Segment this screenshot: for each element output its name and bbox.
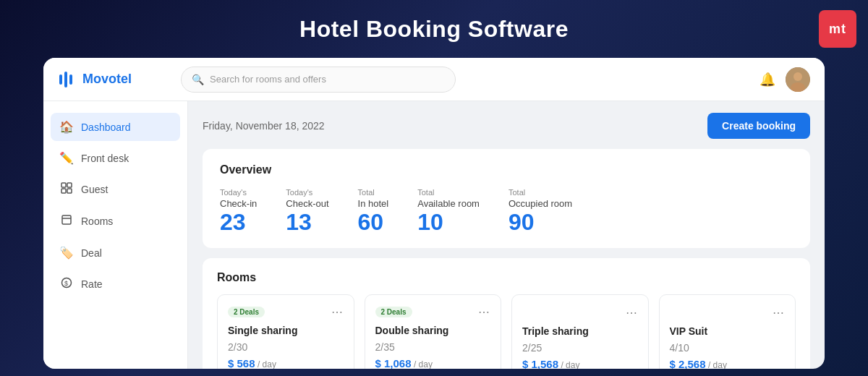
deals-badge-single: 2 Deals: [228, 307, 265, 317]
svg-rect-9: [67, 189, 72, 193]
create-booking-button[interactable]: Create booking: [707, 113, 810, 139]
overview-card: Overview Today's Check-in 23 Today's Che…: [203, 149, 810, 248]
sidebar-label-dashboard: Dashboard: [81, 121, 131, 133]
sidebar-item-dashboard[interactable]: 🏠 Dashboard: [51, 113, 180, 141]
svg-rect-8: [61, 189, 66, 193]
sidebar-item-rate[interactable]: $ Rate: [51, 270, 180, 299]
stat-inhotel: Total In hotel 60: [358, 188, 389, 234]
app-body: 🏠 Dashboard ✏️ Front desk Guest: [43, 101, 825, 369]
stat-available-value: 10: [417, 210, 480, 234]
svg-rect-2: [69, 74, 72, 85]
svg-rect-6: [61, 183, 66, 187]
stat-checkout-label: Today's: [286, 188, 328, 197]
room-card-header-single: 2 Deals ⋯: [228, 305, 344, 319]
stat-inhotel-label: Total: [358, 188, 389, 197]
sidebar: 🏠 Dashboard ✏️ Front desk Guest: [43, 101, 188, 369]
sidebar-item-front-desk[interactable]: ✏️ Front desk: [51, 144, 180, 172]
stat-available: Total Available room 10: [417, 188, 480, 234]
logo-area: Movotel: [58, 70, 166, 89]
search-icon: 🔍: [192, 74, 204, 85]
stat-occupied: Total Occupied room 90: [509, 188, 572, 234]
rate-icon: $: [59, 277, 74, 291]
room-card-single: 2 Deals ⋯ Single sharing 2/30 $ 568 / da…: [217, 294, 354, 369]
room-price-triple: $ 1,568 / day: [522, 358, 638, 369]
room-card-header-double: 2 Deals ⋯: [375, 305, 491, 319]
room-card-header-vip: ⋯: [670, 305, 786, 320]
avatar[interactable]: [786, 67, 810, 92]
svg-text:$: $: [64, 280, 68, 287]
search-placeholder-text: Search for rooms and offers: [210, 74, 326, 85]
app-container: Movotel 🔍 Search for rooms and offers 🔔 …: [43, 58, 825, 369]
logo-name: Movotel: [82, 72, 132, 87]
room-count-single: 2/30: [228, 339, 344, 354]
svg-rect-7: [67, 183, 72, 187]
svg-rect-1: [64, 72, 67, 87]
mt-logo-badge: mt: [819, 10, 856, 48]
current-date: Friday, November 18, 2022: [203, 120, 325, 132]
stat-occupied-sublabel: Occupied room: [509, 198, 572, 209]
room-menu-double[interactable]: ⋯: [478, 305, 490, 319]
room-name-single: Single sharing: [228, 325, 344, 336]
sidebar-label-rate: Rate: [81, 278, 103, 290]
room-price-vip: $ 2,568 / day: [670, 358, 786, 369]
top-banner: Hotel Booking Software mt: [0, 0, 868, 58]
stat-occupied-label: Total: [509, 188, 572, 197]
room-menu-vip[interactable]: ⋯: [773, 306, 785, 320]
room-count-vip: 4/10: [670, 340, 786, 355]
stat-occupied-value: 90: [509, 210, 572, 234]
stat-checkout: Today's Check-out 13: [286, 188, 328, 234]
rooms-section: Rooms 2 Deals ⋯ Single sharing 2/30: [203, 258, 810, 369]
stat-available-label: Total: [417, 188, 480, 197]
main-content: Friday, November 18, 2022 Create booking…: [188, 101, 825, 369]
overview-title: Overview: [220, 163, 793, 176]
stat-inhotel-value: 60: [358, 210, 389, 234]
sidebar-item-rooms[interactable]: Rooms: [51, 207, 180, 236]
sidebar-label-front-desk: Front desk: [81, 153, 129, 164]
stat-checkin-value: 23: [220, 210, 257, 234]
sidebar-item-guest[interactable]: Guest: [51, 175, 180, 204]
room-count-triple: 2/25: [522, 340, 638, 355]
stat-checkout-value: 13: [286, 210, 328, 234]
room-card-header-triple: ⋯: [522, 305, 638, 320]
room-name-vip: VIP Suit: [670, 325, 786, 337]
frontdesk-icon: ✏️: [59, 151, 74, 165]
deals-badge-double: 2 Deals: [375, 307, 412, 317]
rooms-section-title: Rooms: [217, 271, 796, 284]
room-name-double: Double sharing: [375, 325, 491, 336]
home-icon: 🏠: [59, 120, 74, 134]
search-bar[interactable]: 🔍 Search for rooms and offers: [181, 67, 456, 93]
notification-bell-icon[interactable]: 🔔: [760, 72, 775, 87]
stat-checkin-label: Today's: [220, 188, 257, 197]
stat-checkin: Today's Check-in 23: [220, 188, 257, 234]
stat-inhotel-sublabel: In hotel: [358, 198, 389, 209]
overview-stats: Today's Check-in 23 Today's Check-out 13…: [220, 188, 793, 234]
stat-checkout-sublabel: Check-out: [286, 198, 328, 209]
room-card-triple: ⋯ Triple sharing 2/25 $ 1,568 / day: [511, 294, 649, 369]
stat-available-sublabel: Available room: [417, 198, 480, 209]
movotel-logo-icon: [58, 70, 77, 89]
svg-rect-10: [62, 215, 71, 224]
sidebar-label-deal: Deal: [81, 247, 102, 259]
room-menu-single[interactable]: ⋯: [331, 305, 344, 319]
header-right: 🔔: [760, 67, 810, 92]
app-title: Hotel Booking Software: [299, 16, 569, 43]
rooms-icon: [59, 214, 74, 228]
room-name-triple: Triple sharing: [522, 325, 638, 337]
room-card-vip: ⋯ VIP Suit 4/10 $ 2,568 / day: [659, 294, 796, 369]
header: Movotel 🔍 Search for rooms and offers 🔔: [43, 58, 825, 101]
room-count-double: 2/35: [375, 339, 491, 354]
sidebar-label-guest: Guest: [81, 184, 108, 195]
room-price-single: $ 568 / day: [228, 357, 344, 369]
stat-checkin-sublabel: Check-in: [220, 198, 257, 209]
sidebar-item-deal[interactable]: 🏷️ Deal: [51, 239, 180, 267]
room-price-double: $ 1,068 / day: [375, 357, 491, 369]
svg-point-4: [793, 72, 802, 81]
main-header-row: Friday, November 18, 2022 Create booking: [203, 113, 810, 139]
room-card-double: 2 Deals ⋯ Double sharing 2/35 $ 1,068 / …: [365, 294, 502, 369]
sidebar-label-rooms: Rooms: [81, 215, 113, 227]
svg-rect-0: [59, 74, 62, 85]
rooms-grid: 2 Deals ⋯ Single sharing 2/30 $ 568 / da…: [217, 294, 796, 369]
deal-icon: 🏷️: [59, 246, 74, 260]
guest-icon: [59, 182, 74, 197]
room-menu-triple[interactable]: ⋯: [626, 306, 638, 320]
